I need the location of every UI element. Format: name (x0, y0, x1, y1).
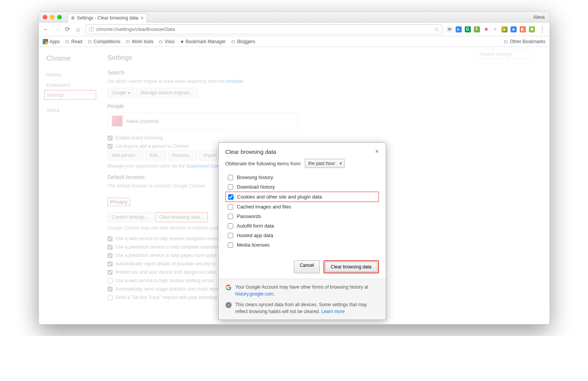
ext-icon[interactable]: G (465, 26, 471, 32)
bookmark-folder[interactable]: 🗀Visio (159, 39, 175, 44)
clear-data-option[interactable]: Media licenses (226, 240, 379, 250)
google-icon (226, 284, 232, 291)
ext-icon[interactable]: ■ (511, 26, 517, 32)
folder-icon: 🗀 (126, 39, 130, 44)
close-dialog-button[interactable]: × (375, 148, 379, 155)
home-button[interactable]: ⌂ (75, 26, 82, 33)
ext-icon[interactable]: ✿ (483, 26, 489, 32)
info-icon: i (226, 302, 232, 308)
folder-icon: 🗀 (504, 39, 508, 44)
ext-icon[interactable]: ▲ (501, 26, 507, 32)
folder-icon: 🗀 (159, 39, 163, 44)
bookmark-star-icon[interactable]: ☆ (434, 26, 439, 33)
ext-icon[interactable]: ❋ (529, 26, 535, 32)
clear-data-option[interactable]: Hosted app data (226, 231, 379, 240)
bookmark-folder[interactable]: 🗀Work tools (126, 39, 153, 44)
time-range-select[interactable]: the past hour (305, 159, 345, 168)
close-tab-icon[interactable]: × (140, 15, 143, 21)
browser-tab[interactable]: ⚙ Settings - Clear browsing data × (68, 13, 147, 23)
tab-title: Settings - Clear browsing data (77, 15, 139, 21)
minimize-window-button[interactable] (50, 15, 55, 19)
url-text: chrome://settings/clearBrowserData (97, 26, 175, 32)
ext-icon[interactable]: F (474, 26, 480, 32)
folder-icon: 🗀 (88, 39, 92, 44)
forward-button[interactable]: → (53, 26, 60, 33)
ext-icon[interactable]: ▸ (456, 26, 462, 32)
menu-button[interactable]: ⋮ (539, 25, 546, 34)
apps-bookmark[interactable]: Apps (43, 39, 60, 44)
bookmark-folder[interactable]: 🗀Bloggers (231, 39, 255, 44)
bookmarks-bar: Apps 🗀Read 🗀Competitions 🗀Work tools 🗀Vi… (39, 36, 549, 47)
clear-data-option[interactable]: Download history (226, 182, 379, 192)
obliterate-label: Obliterate the following items from: (226, 161, 302, 166)
window-controls (43, 15, 62, 19)
learn-more-link[interactable]: Learn more (321, 309, 345, 314)
gear-icon: ⚙ (71, 16, 75, 21)
address-bar[interactable]: i chrome://settings/clearBrowserData ☆ (85, 24, 443, 34)
clear-data-option[interactable]: Cookies and other site and plugin data (226, 192, 379, 202)
history-google-link[interactable]: history.google.com (235, 291, 274, 297)
clear-data-option[interactable]: Autofill form data (226, 221, 379, 231)
bookmark-item[interactable]: ★Bookmark Manager (180, 39, 226, 44)
clear-browsing-data-dialog: Clear browsing data × Obliterate the fol… (218, 142, 386, 320)
content-area: Chrome History Extensions Settings About… (39, 47, 549, 324)
clear-data-option[interactable]: Cached images and files (226, 202, 379, 211)
bookmark-folder[interactable]: 🗀Competitions (88, 39, 121, 44)
dialog-title: Clear browsing data (226, 149, 276, 155)
close-window-button[interactable] (43, 15, 47, 19)
folder-icon: 🗀 (65, 39, 70, 44)
ext-icon[interactable]: r (492, 26, 498, 32)
reload-button[interactable]: ⟳ (64, 26, 71, 33)
bookmark-folder[interactable]: 🗀Read (65, 39, 82, 44)
clear-data-button[interactable]: Clear browsing data (324, 260, 379, 273)
clear-data-option[interactable]: Passwords (226, 211, 379, 221)
cancel-button[interactable]: Cancel (294, 260, 319, 273)
browser-window: ⚙ Settings - Clear browsing data × Alexa… (39, 11, 550, 324)
titlebar: ⚙ Settings - Clear browsing data × Alexa (39, 12, 549, 23)
other-bookmarks[interactable]: 🗀Other Bookmarks (504, 39, 545, 44)
apps-icon (43, 39, 48, 44)
profile-label[interactable]: Alexa (533, 15, 545, 20)
extension-icons: ✉ ▸ G F ✿ r ▲ ■ ◧ ❋ (446, 26, 535, 32)
toolbar: ← → ⟳ ⌂ i chrome://settings/clearBrowser… (39, 23, 549, 36)
ext-icon[interactable]: ✉ (446, 26, 453, 32)
star-icon: ★ (180, 39, 184, 44)
maximize-window-button[interactable] (57, 15, 62, 19)
back-button[interactable]: ← (43, 26, 50, 33)
site-info-icon[interactable]: i (89, 27, 94, 32)
clear-data-option[interactable]: Browsing history (226, 173, 379, 182)
folder-icon: 🗀 (231, 39, 236, 44)
ext-icon[interactable]: ◧ (520, 26, 526, 32)
